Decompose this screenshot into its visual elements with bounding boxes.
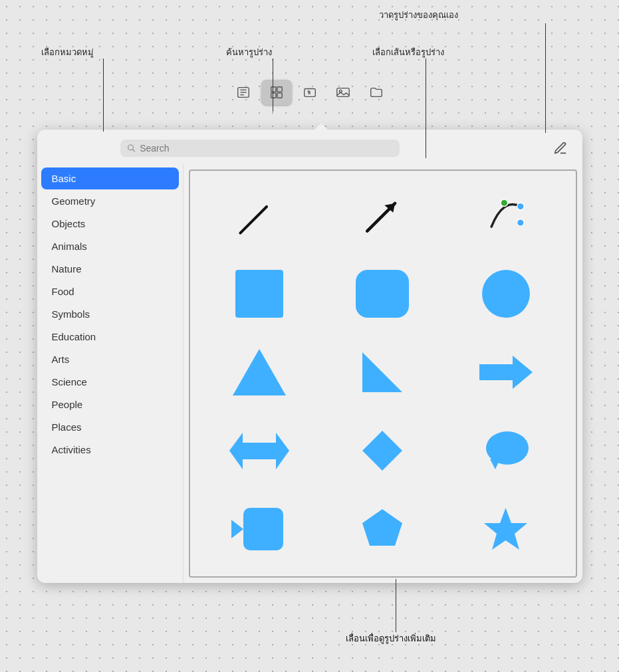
shape-double-arrow[interactable] xyxy=(201,414,318,487)
svg-rect-7 xyxy=(277,93,281,98)
toolbar-shapes-button[interactable] xyxy=(261,80,292,105)
annotation-line-2 xyxy=(273,58,273,112)
shape-line-arrow[interactable] xyxy=(324,179,441,252)
sidebar-item-geometry[interactable]: Geometry xyxy=(41,190,179,212)
svg-marker-19 xyxy=(479,356,533,389)
sidebar-item-symbols[interactable]: Symbols xyxy=(41,303,179,325)
svg-point-17 xyxy=(517,219,524,227)
sidebar-item-objects[interactable]: Objects xyxy=(41,213,179,235)
sidebar-item-food[interactable]: Food xyxy=(41,280,179,302)
search-input[interactable] xyxy=(140,143,393,154)
toolbar-text-button[interactable] xyxy=(228,80,259,105)
search-input-wrap[interactable] xyxy=(120,140,400,157)
shape-diamond[interactable] xyxy=(324,414,441,487)
right-triangle-svg xyxy=(359,349,406,395)
toolbar-media-button[interactable] xyxy=(328,80,358,105)
shapes-panel: Basic Geometry Objects Animals Nature Fo… xyxy=(37,130,582,583)
sidebar-item-basic[interactable]: Basic xyxy=(41,168,179,189)
sidebar-item-nature[interactable]: Nature xyxy=(41,258,179,280)
shape-right-triangle[interactable] xyxy=(324,336,441,409)
shape-arrow-right[interactable] xyxy=(447,336,564,409)
shape-curve[interactable] xyxy=(447,179,564,252)
sidebar-item-places[interactable]: Places xyxy=(41,416,179,438)
arrow-right-svg xyxy=(479,352,533,392)
tooltip-search-shape: ค้นหารูปร่าง xyxy=(226,45,272,59)
shape-circle[interactable] xyxy=(447,257,564,330)
svg-marker-22 xyxy=(362,431,402,471)
shape-rounded-rect[interactable] xyxy=(324,257,441,330)
toolbar-folder-button[interactable] xyxy=(361,80,392,105)
annotation-line-1 xyxy=(103,58,104,132)
search-bar xyxy=(37,130,582,164)
svg-point-11 xyxy=(128,145,133,150)
panel-body: Basic Geometry Objects Animals Nature Fo… xyxy=(37,164,582,583)
speech-bubble-svg xyxy=(482,429,530,473)
svg-rect-25 xyxy=(243,508,283,550)
search-icon xyxy=(127,144,136,153)
shape-left-arrow-rect[interactable] xyxy=(201,493,318,566)
svg-rect-9 xyxy=(336,88,348,97)
svg-marker-18 xyxy=(362,352,402,392)
sidebar-item-science[interactable]: Science xyxy=(41,371,179,393)
shape-line-diagonal[interactable] xyxy=(201,179,318,252)
sidebar-item-arts[interactable]: Arts xyxy=(41,348,179,370)
annotation-line-scroll xyxy=(396,579,396,632)
shape-triangle[interactable] xyxy=(201,336,318,409)
shape-pentagon[interactable] xyxy=(324,493,441,566)
tooltip-draw-custom: วาดรูปร่างของคุณเอง xyxy=(379,8,458,22)
diamond-svg xyxy=(359,427,406,474)
svg-rect-21 xyxy=(244,443,275,459)
pen-tool-button[interactable] xyxy=(550,138,571,159)
svg-point-15 xyxy=(501,199,508,207)
tooltip-select-line-shape: เลือกเส้นหรือรูปร่าง xyxy=(372,45,444,59)
sidebar: Basic Geometry Objects Animals Nature Fo… xyxy=(37,164,184,583)
shape-speech-bubble[interactable] xyxy=(447,414,564,487)
double-arrow-svg xyxy=(229,429,289,473)
scroll-more-label: เลื่อนเพื่อดูรูปร่างเพิ่มเติม xyxy=(346,631,436,645)
pen-icon xyxy=(553,141,568,156)
annotation-line-3 xyxy=(545,23,546,133)
shape-star[interactable] xyxy=(447,493,564,566)
pentagon-svg xyxy=(359,506,406,552)
left-arrow-rect-svg xyxy=(231,503,288,556)
tooltip-select-category: เลือกหมวดหมู่ xyxy=(41,45,94,59)
shapes-grid xyxy=(189,169,577,578)
svg-rect-5 xyxy=(277,87,281,92)
svg-marker-27 xyxy=(362,509,402,546)
svg-marker-26 xyxy=(231,520,243,538)
svg-point-16 xyxy=(517,203,524,211)
shape-square[interactable] xyxy=(201,257,318,330)
sidebar-item-animals[interactable]: Animals xyxy=(41,235,179,257)
svg-line-12 xyxy=(132,150,134,152)
svg-marker-28 xyxy=(484,508,527,550)
sidebar-item-people[interactable]: People xyxy=(41,393,179,415)
sidebar-item-education[interactable]: Education xyxy=(41,326,179,348)
sidebar-item-activities[interactable]: Activities xyxy=(41,439,179,461)
toolbar-textbox-button[interactable] xyxy=(295,80,325,105)
panel-caret xyxy=(313,123,329,131)
star-svg xyxy=(481,504,531,554)
annotation-line-4 xyxy=(426,58,426,158)
